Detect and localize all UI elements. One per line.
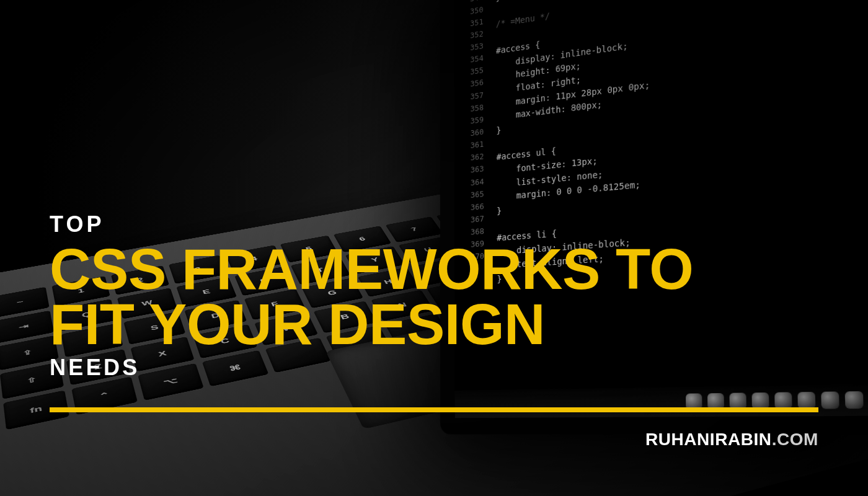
- hero-title-overlay: TOP CSS FRAMEWORKS TO FIT YOUR DESIGN NE…: [0, 0, 868, 496]
- accent-rule: [50, 407, 818, 412]
- headline-text: CSS FRAMEWORKS TO FIT YOUR DESIGN: [50, 242, 781, 352]
- brand-credit: RUHANIRABIN.COM: [645, 430, 818, 450]
- brand-tld: .COM: [772, 430, 818, 449]
- eyebrow-text: TOP: [50, 213, 818, 236]
- subline-text: NEEDS: [50, 356, 818, 379]
- brand-name: RUHANIRABIN: [645, 430, 772, 449]
